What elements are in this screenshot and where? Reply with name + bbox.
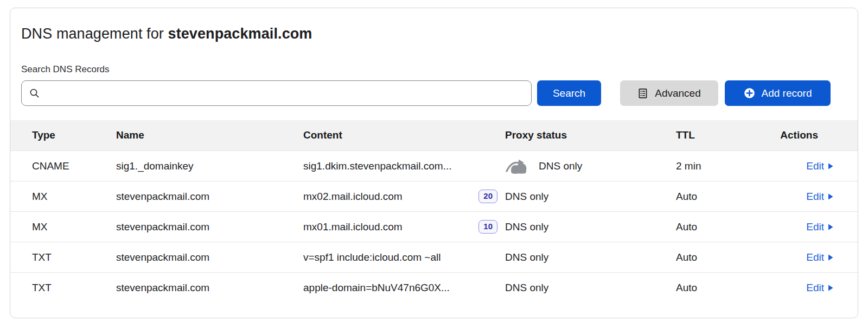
record-actions: Edit <box>746 251 833 263</box>
advanced-list-icon <box>637 88 648 99</box>
arrow-right-icon <box>828 193 833 200</box>
record-content-text: mx02.mail.icloud.com <box>303 191 403 203</box>
arrow-right-icon <box>828 254 833 261</box>
page-title-domain: stevenpackmail.com <box>168 26 312 42</box>
header-content: Content <box>303 129 505 141</box>
record-proxy-status: DNS only <box>505 251 676 263</box>
record-actions: Edit <box>746 191 833 203</box>
header-name: Name <box>116 129 303 141</box>
edit-link-label: Edit <box>806 251 824 263</box>
proxy-status-text: DNS only <box>505 251 548 263</box>
record-proxy-status: DNS only <box>505 191 676 203</box>
header-proxy-status: Proxy status <box>505 129 676 141</box>
arrow-right-icon <box>828 285 833 291</box>
record-ttl: Auto <box>676 251 746 263</box>
record-name: stevenpackmail.com <box>116 191 303 203</box>
record-actions: Edit <box>746 221 833 233</box>
advanced-button[interactable]: Advanced <box>620 80 718 106</box>
header-actions: Actions <box>746 129 833 141</box>
search-row: Search Advanced <box>21 80 831 106</box>
edit-link[interactable]: Edit <box>806 251 833 263</box>
record-name: stevenpackmail.com <box>116 282 303 294</box>
record-name: stevenpackmail.com <box>116 251 303 263</box>
table-row: TXT stevenpackmail.com v=spf1 include:ic… <box>10 242 858 272</box>
record-name: sig1._domainkey <box>116 160 303 172</box>
record-type: MX <box>32 221 116 233</box>
proxy-status-text: DNS only <box>505 221 548 233</box>
record-proxy-status: DNS only <box>505 158 676 174</box>
dns-management-card: DNS management for stevenpackmail.com Se… <box>10 8 858 318</box>
record-actions: Edit <box>746 282 833 294</box>
record-ttl: Auto <box>676 282 746 294</box>
record-type: TXT <box>32 251 116 263</box>
advanced-button-label: Advanced <box>655 87 701 99</box>
edit-link[interactable]: Edit <box>806 282 833 294</box>
page-title-prefix: DNS management for <box>21 26 168 42</box>
record-name: stevenpackmail.com <box>116 221 303 233</box>
table-row: CNAME sig1._domainkey sig1.dkim.stevenpa… <box>10 150 858 181</box>
record-content-text: v=spf1 include:icloud.com ~all <box>303 251 441 263</box>
table-header-row: Type Name Content Proxy status TTL Actio… <box>10 120 858 150</box>
search-label: Search DNS Records <box>21 64 847 75</box>
dns-records-table: Type Name Content Proxy status TTL Actio… <box>10 120 858 303</box>
table-row: MX stevenpackmail.com mx02.mail.icloud.c… <box>10 181 858 211</box>
proxy-status-text: DNS only <box>539 160 582 172</box>
record-content-text: apple-domain=bNuV47n6G0X... <box>303 282 450 294</box>
record-content-text: mx01.mail.icloud.com <box>303 221 403 233</box>
record-content: v=spf1 include:icloud.com ~all <box>303 251 505 263</box>
table-body: CNAME sig1._domainkey sig1.dkim.stevenpa… <box>10 150 858 303</box>
search-input[interactable] <box>45 87 524 99</box>
record-content: mx01.mail.icloud.com 10 <box>303 220 505 234</box>
plus-circle-icon <box>744 87 755 99</box>
search-button[interactable]: Search <box>537 80 601 106</box>
search-box[interactable] <box>21 80 532 106</box>
add-record-button-label: Add record <box>762 87 812 99</box>
edit-link-label: Edit <box>806 282 824 294</box>
edit-link[interactable]: Edit <box>806 191 833 203</box>
record-ttl: Auto <box>676 221 746 233</box>
priority-badge: 20 <box>478 190 497 203</box>
table-row: TXT stevenpackmail.com apple-domain=bNuV… <box>10 272 858 303</box>
search-icon <box>29 88 40 98</box>
edit-link[interactable]: Edit <box>806 160 833 172</box>
arrow-right-icon <box>828 163 833 169</box>
edit-link[interactable]: Edit <box>806 221 833 233</box>
arrow-right-icon <box>828 224 833 230</box>
record-type: MX <box>32 191 116 203</box>
table-row: MX stevenpackmail.com mx01.mail.icloud.c… <box>10 211 858 242</box>
record-type: TXT <box>32 282 116 294</box>
header-ttl: TTL <box>676 129 746 141</box>
record-proxy-status: DNS only <box>505 282 676 294</box>
edit-link-label: Edit <box>806 221 824 233</box>
edit-link-label: Edit <box>806 191 824 203</box>
add-record-button[interactable]: Add record <box>725 80 831 106</box>
page-title: DNS management for stevenpackmail.com <box>21 26 847 42</box>
edit-link-label: Edit <box>806 160 824 172</box>
proxy-status-text: DNS only <box>505 282 548 294</box>
record-ttl: 2 min <box>676 160 746 172</box>
header-type: Type <box>32 129 116 141</box>
record-content-text: sig1.dkim.stevenpackmail.com... <box>303 160 452 172</box>
record-content: sig1.dkim.stevenpackmail.com... <box>303 160 505 172</box>
cloud-dns-only-icon <box>505 158 530 174</box>
record-proxy-status: DNS only <box>505 221 676 233</box>
record-ttl: Auto <box>676 191 746 203</box>
record-content: mx02.mail.icloud.com 20 <box>303 190 505 203</box>
proxy-status-text: DNS only <box>505 191 548 203</box>
record-type: CNAME <box>32 160 116 172</box>
priority-badge: 10 <box>478 220 497 234</box>
record-actions: Edit <box>746 160 833 172</box>
record-content: apple-domain=bNuV47n6G0X... <box>303 282 505 294</box>
